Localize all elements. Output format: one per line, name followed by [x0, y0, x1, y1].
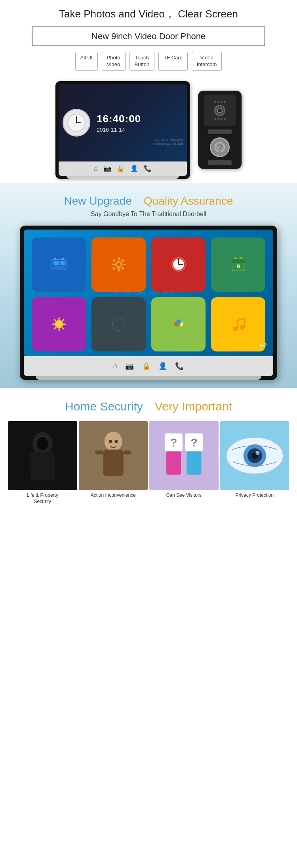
camera-icon: 📷: [103, 165, 111, 172]
app-icon-paint[interactable]: [151, 297, 206, 351]
svg-point-48: [233, 327, 238, 331]
monitor-bottom-bar: ⌂ 📷 🔒 👤 📞: [59, 161, 187, 176]
svg-point-31: [240, 257, 242, 259]
monitor-screen: 16:40:00 2016-11-14 shenzhen diustoretec…: [59, 84, 187, 161]
camera-lens: [214, 105, 225, 116]
monitor-time-info: 16:40:00 2016-11-14: [97, 113, 141, 133]
security-titles: Home Security Very Important: [8, 400, 289, 413]
photo-eye: [220, 421, 289, 490]
page-title: Take Photos and Video， Clear Screen: [8, 7, 289, 21]
app-icon-clock[interactable]: [151, 237, 206, 292]
svg-point-13: [117, 263, 120, 266]
ir-dots-bottom: [214, 118, 226, 120]
ir-dot: [224, 118, 226, 120]
app-grid: 9: [32, 237, 265, 351]
feature-tf-card: TF Card: [158, 52, 188, 71]
bottom-home-icon: ⌂: [113, 362, 118, 370]
feature-all-ui: All UI: [75, 52, 98, 71]
app-icon-settings[interactable]: [91, 237, 146, 292]
svg-rect-17: [123, 264, 126, 265]
svg-point-42: [112, 318, 125, 330]
svg-line-38: [54, 319, 56, 321]
svg-rect-67: [166, 450, 181, 475]
app-icon-theme[interactable]: [91, 297, 146, 351]
svg-line-39: [62, 327, 64, 329]
svg-rect-18: [112, 259, 115, 262]
ir-dot: [214, 118, 216, 120]
photo-label-privacy: Privacy Protection: [220, 492, 289, 499]
feature-video-intercom: VideoIntercom: [192, 52, 222, 71]
svg-point-49: [240, 325, 245, 330]
svg-rect-64: [123, 450, 131, 454]
svg-rect-7: [53, 261, 59, 265]
app-icon-calendar[interactable]: 9: [211, 237, 265, 292]
camera-lens-inner: [217, 108, 223, 113]
doorbell-camera-area: [204, 95, 236, 126]
svg-rect-65: [149, 421, 219, 490]
svg-line-41: [54, 327, 56, 329]
security-section: Home Security Very Important Life & Prop…: [0, 388, 297, 517]
svg-text:?: ?: [170, 436, 177, 448]
large-monitor-stand: [36, 376, 261, 380]
photo-item-visitors: ? ? Can See Visitors: [149, 421, 219, 505]
large-monitor-bottom-bar: ⌂ 📷 🔒 👤 📞: [24, 356, 273, 376]
doorbell-bottom-strip: [208, 160, 232, 165]
svg-point-4: [215, 142, 225, 152]
photo-burglar: [8, 421, 77, 490]
monitor-date: 2016-11-14: [97, 127, 141, 133]
ir-dot: [224, 101, 226, 103]
app-icon-music[interactable]: [211, 297, 265, 351]
svg-rect-60: [103, 450, 123, 476]
app-icon-photos[interactable]: [32, 237, 86, 292]
svg-rect-69: [187, 450, 201, 475]
svg-rect-20: [112, 267, 115, 270]
large-monitor-mockup: 9: [20, 226, 277, 380]
photo-item-person: Action Inconvenience: [79, 421, 148, 505]
ir-dots-top: [214, 101, 226, 103]
product-images: 16:40:00 2016-11-14 shenzhen diustoretec…: [0, 81, 297, 183]
svg-point-10: [54, 258, 56, 260]
bottom-camera-icon: 📷: [125, 362, 134, 370]
svg-line-52: [238, 319, 245, 320]
large-monitor-screen: 9: [24, 230, 273, 356]
upgrade-titles: New Upgrade Quality Assurance: [8, 195, 289, 207]
upgrade-title-quality: Quality Assurance: [144, 195, 233, 207]
svg-point-61: [109, 440, 112, 443]
ir-dot: [214, 101, 216, 103]
security-photo-grid: Life & PropertySecurity A: [8, 421, 289, 505]
doorbell-button[interactable]: [210, 137, 230, 157]
photo-person: [79, 421, 148, 490]
app-icon-brightness[interactable]: [32, 297, 86, 351]
svg-point-26: [178, 264, 179, 265]
ir-dot: [221, 101, 223, 103]
back-button-icon[interactable]: ↩: [259, 340, 267, 351]
photo-label-visitors: Can See Visitors: [149, 492, 219, 499]
svg-point-57: [37, 437, 48, 450]
svg-point-30: [235, 257, 236, 259]
svg-rect-15: [118, 268, 120, 272]
doorbell-speaker-strip: [208, 129, 232, 134]
svg-point-59: [104, 431, 122, 451]
svg-point-79: [255, 451, 259, 455]
monitor-watermark: shenzhen diustoretechnology Co.,Ltd: [153, 138, 183, 146]
svg-rect-55: [30, 452, 55, 480]
svg-point-3: [76, 122, 77, 123]
upgrade-title-new: New Upgrade: [64, 195, 132, 207]
feature-touch-button: TouchButton: [129, 52, 155, 71]
header-section: Take Photos and Video， Clear Screen New …: [0, 0, 297, 81]
ir-dot: [217, 118, 219, 120]
svg-point-11: [62, 258, 64, 260]
security-title-important: Very Important: [155, 400, 232, 413]
upgrade-section: New Upgrade Quality Assurance Say Goodby…: [0, 183, 297, 388]
photo-label-person: Action Inconvenience: [79, 492, 148, 499]
product-title-box: New 9inch Video Door Phone: [32, 27, 265, 46]
svg-point-5: [219, 151, 221, 152]
bottom-lock-icon: 🔒: [142, 362, 150, 370]
features-row: All UI PhotoVideo TouchButton TF Card Vi…: [8, 52, 289, 71]
svg-rect-9: [53, 266, 65, 269]
clock-icon: [63, 109, 90, 137]
ir-dot: [217, 101, 219, 103]
home-icon: ⌂: [94, 165, 98, 172]
monitor-mockup: 16:40:00 2016-11-14 shenzhen diustoretec…: [55, 81, 190, 179]
svg-rect-19: [121, 259, 124, 262]
